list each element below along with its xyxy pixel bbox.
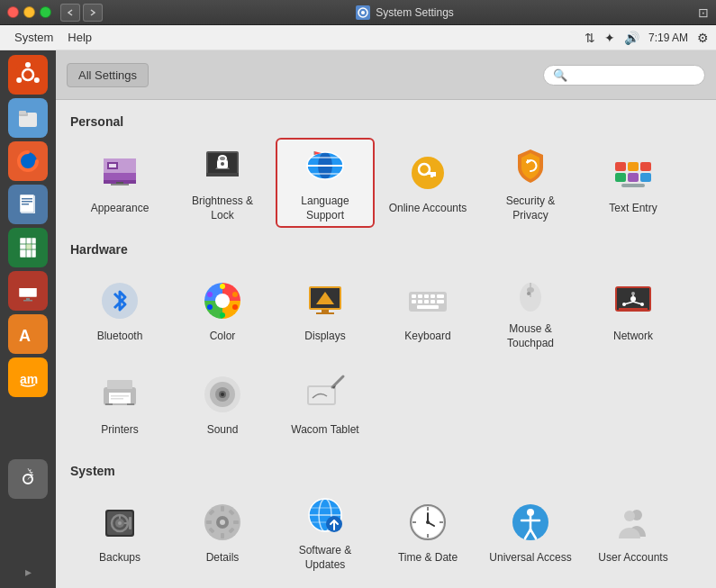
sidebar-item-files[interactable] (8, 98, 48, 138)
sidebar: A am ▸ (0, 50, 56, 588)
svg-rect-86 (437, 294, 444, 298)
printers-label: Printers (101, 423, 138, 438)
sidebar-item-adb[interactable]: A (8, 314, 48, 354)
software-updates-icon (302, 492, 349, 538)
nav-back-button[interactable] (60, 4, 80, 22)
brightness-lock-label: Brightness & Lock (180, 194, 265, 222)
settings-item-sound[interactable]: Sound (173, 359, 272, 449)
svg-rect-137 (221, 533, 224, 538)
svg-rect-111 (105, 403, 113, 405)
settings-item-appearance[interactable]: Appearance (70, 138, 169, 228)
svg-rect-122 (309, 387, 334, 403)
appearance-label: Appearance (91, 202, 150, 216)
settings-item-displays[interactable]: Displays (276, 266, 375, 356)
sidebar-item-ubuntu[interactable] (8, 55, 48, 95)
settings-item-network[interactable]: Network (584, 266, 683, 356)
personal-section-title: Personal (70, 114, 702, 129)
settings-item-language-support[interactable]: Language Support (276, 138, 375, 228)
search-input[interactable] (572, 68, 695, 82)
svg-rect-80 (316, 312, 334, 314)
settings-item-time-date[interactable]: Time & Date (378, 487, 477, 577)
settings-item-online-accounts[interactable]: Online Accounts (378, 138, 477, 228)
window-title-text: System Settings (376, 6, 454, 19)
settings-item-brightness-lock[interactable]: Brightness & Lock (173, 138, 272, 228)
gear-icon[interactable]: ⚙ (697, 31, 709, 45)
menu-system[interactable]: System (7, 29, 60, 46)
settings-item-keyboard[interactable]: Keyboard (378, 266, 477, 356)
text-entry-label: Text Entry (609, 202, 657, 216)
svg-rect-82 (412, 294, 416, 298)
network-icon (610, 277, 657, 324)
svg-rect-65 (640, 173, 651, 182)
svg-rect-62 (640, 162, 651, 171)
sidebar-item-calc[interactable] (8, 228, 48, 267)
settings-item-bluetooth[interactable]: Bluetooth (70, 266, 169, 356)
displays-label: Displays (304, 330, 345, 344)
window-resize-icon[interactable]: ⊡ (698, 5, 709, 20)
security-privacy-icon (507, 142, 554, 189)
svg-rect-25 (26, 244, 32, 249)
nav-forward-button[interactable] (83, 4, 103, 22)
svg-rect-36 (109, 164, 116, 167)
svg-point-120 (221, 393, 224, 396)
close-button[interactable] (7, 6, 19, 18)
settings-item-mouse-touchpad[interactable]: Mouse & Touchpad (481, 266, 580, 356)
svg-rect-64 (628, 173, 639, 182)
sidebar-item-amazon[interactable]: am (8, 357, 48, 397)
settings-item-user-accounts[interactable]: User Accounts (584, 487, 683, 577)
svg-rect-85 (431, 294, 435, 298)
settings-item-printers[interactable]: Printers (70, 359, 169, 449)
maximize-button[interactable] (40, 6, 51, 18)
settings-item-software-updates[interactable]: Software & Updates (276, 487, 375, 577)
svg-rect-92 (417, 305, 439, 309)
language-support-label: Language Support (283, 194, 367, 222)
svg-text:A: A (19, 327, 31, 345)
hardware-items-grid: Bluetooth (70, 266, 702, 449)
svg-point-74 (207, 304, 213, 310)
svg-rect-87 (412, 300, 416, 303)
svg-rect-63 (615, 173, 626, 182)
brightness-lock-icon (199, 142, 246, 189)
network-label: Network (613, 330, 653, 344)
main-layout: A am ▸ All Settings 🔍 (0, 50, 716, 588)
svg-rect-108 (107, 380, 132, 389)
settings-item-text-entry[interactable]: Text Entry (584, 138, 683, 228)
settings-item-backups[interactable]: Backups (70, 487, 169, 577)
wacom-tablet-label: Wacom Tablet (291, 423, 358, 438)
sidebar-item-system-settings[interactable] (8, 459, 48, 499)
svg-rect-139 (233, 520, 239, 524)
universal-access-icon (507, 499, 554, 546)
svg-point-168 (624, 511, 635, 521)
search-icon: 🔍 (553, 68, 567, 82)
online-accounts-label: Online Accounts (389, 202, 467, 216)
svg-rect-96 (527, 292, 530, 295)
sidebar-arrow-icon[interactable]: ▸ (21, 560, 36, 583)
time-date-icon (404, 499, 451, 546)
printers-icon (96, 371, 143, 418)
svg-point-5 (25, 62, 31, 68)
svg-rect-58 (431, 175, 433, 177)
all-settings-button[interactable]: All Settings (67, 63, 149, 87)
mouse-touchpad-icon (507, 270, 554, 317)
personal-items-grid: Appearance (70, 138, 702, 228)
minimize-button[interactable] (23, 6, 35, 18)
menu-help[interactable]: Help (60, 29, 99, 46)
color-label: Color (210, 330, 236, 344)
window-controls (7, 6, 51, 18)
sidebar-item-firefox[interactable] (8, 141, 48, 181)
settings-item-security-privacy[interactable]: Security & Privacy (481, 138, 580, 228)
svg-point-70 (220, 284, 225, 289)
settings-item-wacom-tablet[interactable]: Wacom Tablet (276, 359, 375, 449)
sidebar-item-impress[interactable] (8, 271, 48, 311)
svg-point-129 (118, 521, 122, 525)
volume-icon: 🔊 (624, 31, 639, 45)
details-icon (199, 499, 246, 546)
svg-point-6 (16, 77, 22, 83)
svg-point-160 (426, 520, 430, 524)
settings-item-details[interactable]: Details (173, 487, 272, 577)
settings-item-color[interactable]: Color (173, 266, 272, 356)
settings-item-universal-access[interactable]: Universal Access (481, 487, 580, 577)
system-tray: ⇅ ✦ 🔊 7:19 AM ⚙ (585, 31, 709, 45)
sidebar-item-writer[interactable] (8, 185, 48, 224)
svg-rect-57 (433, 172, 436, 176)
